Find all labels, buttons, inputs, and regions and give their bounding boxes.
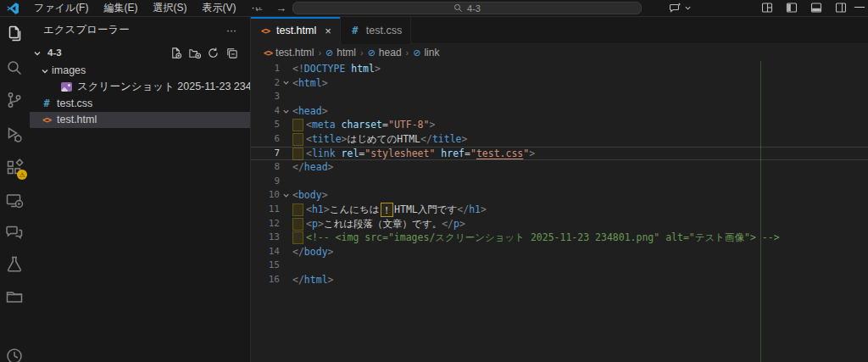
code-token: <!-- <img src="images/スクリーンショット 2025-11-… xyxy=(306,231,780,245)
code-line-12[interactable]: 12<p>これは段落（文章）です。</p> xyxy=(251,217,868,231)
code-token: link xyxy=(312,147,336,161)
menu-item-3[interactable]: 表示(V) xyxy=(194,0,243,16)
code-editor[interactable]: 1<!DOCTYPE html>2<html>34<head>5<meta ch… xyxy=(251,62,868,287)
vertical-ruler xyxy=(760,61,761,362)
code-token: html xyxy=(304,273,328,287)
html-file-icon: <> xyxy=(41,115,53,125)
tree-item-test.html[interactable]: <>test.html xyxy=(30,112,250,129)
new-file-icon[interactable] xyxy=(170,47,182,59)
html-file-icon: <> xyxy=(259,26,271,36)
fold-chevron-icon[interactable] xyxy=(280,188,292,203)
close-tab-icon[interactable]: × xyxy=(325,25,331,37)
code-line-2[interactable]: 2<html> xyxy=(251,76,868,91)
tab-test.html[interactable]: <>test.html× xyxy=(251,17,341,44)
code-line-15[interactable]: 15 xyxy=(251,259,868,273)
testing-icon[interactable] xyxy=(4,254,25,275)
fold-gap xyxy=(280,132,292,147)
tab-test.css[interactable]: #test.css xyxy=(341,17,411,44)
toggle-sidebar-right-icon[interactable] xyxy=(834,1,848,14)
css-file-icon: # xyxy=(349,25,361,36)
code-token: h1 xyxy=(469,203,481,217)
fold-chevron-icon[interactable] xyxy=(280,76,292,91)
code-token: h1 xyxy=(312,203,324,217)
code-token: > xyxy=(462,132,468,147)
invisible-unicode-space-highlight xyxy=(292,231,303,244)
search-icon[interactable] xyxy=(4,58,25,78)
code-token: > xyxy=(328,245,334,259)
activity-bar: ⚠ xyxy=(0,17,30,362)
code-token: < xyxy=(306,203,312,217)
fold-gap xyxy=(280,175,292,189)
refresh-icon[interactable] xyxy=(207,47,220,59)
extensions-icon[interactable]: ⚠ xyxy=(4,158,25,178)
fold-gap xyxy=(280,245,292,259)
workspace-name: 4-3 xyxy=(47,47,170,58)
chat-icon[interactable] xyxy=(4,222,25,242)
source-control-icon[interactable] xyxy=(4,90,25,110)
file-label: images xyxy=(52,64,86,76)
line-number: 3 xyxy=(251,90,280,104)
toggle-panel-icon[interactable] xyxy=(810,1,823,14)
code-line-8[interactable]: 8</head> xyxy=(251,160,868,175)
code-line-16[interactable]: 16</html> xyxy=(251,273,868,287)
run-debug-icon[interactable] xyxy=(4,125,25,145)
folder-icon[interactable] xyxy=(4,287,25,307)
code-line-6[interactable]: 6<title>はじめてのHTML</title> xyxy=(251,132,868,147)
code-token: > xyxy=(481,203,487,217)
code-token: </ xyxy=(420,132,432,147)
code-line-14[interactable]: 14</body> xyxy=(251,245,868,259)
menu-item-0[interactable]: ファイル(F) xyxy=(26,0,96,16)
fold-gap xyxy=(280,259,292,273)
code-line-11[interactable]: 11<h1>こんにちは！HTML入門です</h1> xyxy=(251,203,868,217)
chevron-down-icon xyxy=(41,66,49,75)
line-number: 9 xyxy=(251,175,280,189)
toggle-sidebar-left-icon[interactable] xyxy=(785,1,798,14)
line-number: 4 xyxy=(251,104,280,119)
code-line-7[interactable]: 7<link rel="stylesheet" href="test.css"> xyxy=(251,147,868,161)
code-token: </ xyxy=(292,245,304,259)
explorer-more-actions-icon[interactable]: ··· xyxy=(226,25,236,36)
code-token: meta xyxy=(312,118,336,132)
nav-forward-icon[interactable]: → xyxy=(275,2,287,14)
line-number: 10 xyxy=(251,188,280,203)
customize-layout-icon[interactable] xyxy=(760,1,774,14)
code-token xyxy=(336,147,342,161)
code-token: > xyxy=(342,132,348,147)
explorer-section-actions xyxy=(170,47,238,59)
code-token: > xyxy=(322,188,328,203)
breadcrumb-item-head[interactable]: ⊘head xyxy=(368,47,402,58)
minimize-button[interactable]: — xyxy=(854,1,865,13)
code-token: </ xyxy=(292,160,304,175)
command-center-search[interactable]: 4-3 xyxy=(292,2,642,14)
code-line-9[interactable]: 9 xyxy=(251,175,868,189)
code-line-10[interactable]: 10<body> xyxy=(251,188,868,203)
explorer-icon[interactable] xyxy=(4,24,25,44)
breadcrumb-label: link xyxy=(424,47,439,58)
code-token: < xyxy=(292,76,298,91)
breadcrumb-item-test.html[interactable]: <>test.html xyxy=(264,47,314,58)
live-preview-icon[interactable] xyxy=(4,191,25,211)
line-number: 15 xyxy=(251,259,280,273)
collapse-all-icon[interactable] xyxy=(225,47,238,59)
menu-item-2[interactable]: 選択(S) xyxy=(145,0,194,16)
code-token: title xyxy=(312,132,342,147)
new-folder-icon[interactable] xyxy=(188,47,201,59)
tree-item-スクリーンショット 2025-11-23 234801.png[interactable]: スクリーンショット 2025-11-23 234801.png xyxy=(30,79,250,96)
tree-item-images[interactable]: images xyxy=(30,62,250,79)
fold-chevron-icon[interactable] xyxy=(280,104,292,119)
code-line-4[interactable]: 4<head> xyxy=(251,104,868,119)
code-line-5[interactable]: 5<meta charset="UTF-8"> xyxy=(251,118,868,132)
breadcrumb-item-html[interactable]: ⊘html xyxy=(326,47,356,58)
tree-item-test.css[interactable]: #test.css xyxy=(30,95,250,112)
menu-item-1[interactable]: 編集(E) xyxy=(96,0,145,16)
nav-back-icon[interactable]: ← xyxy=(253,2,264,14)
warning-badge: ⚠ xyxy=(17,170,27,180)
code-line-1[interactable]: 1<!DOCTYPE html> xyxy=(251,62,868,76)
explorer-section-header[interactable]: 4-3 xyxy=(30,43,250,62)
code-line-3[interactable]: 3 xyxy=(251,90,868,104)
clock-icon[interactable] xyxy=(4,344,25,362)
code-line-13[interactable]: 13<!-- <img src="images/スクリーンショット 2025-1… xyxy=(251,231,868,245)
breadcrumb-item-link[interactable]: ⊘link xyxy=(413,47,439,58)
copilot-menu[interactable] xyxy=(669,1,692,14)
code-token: html xyxy=(345,62,375,76)
